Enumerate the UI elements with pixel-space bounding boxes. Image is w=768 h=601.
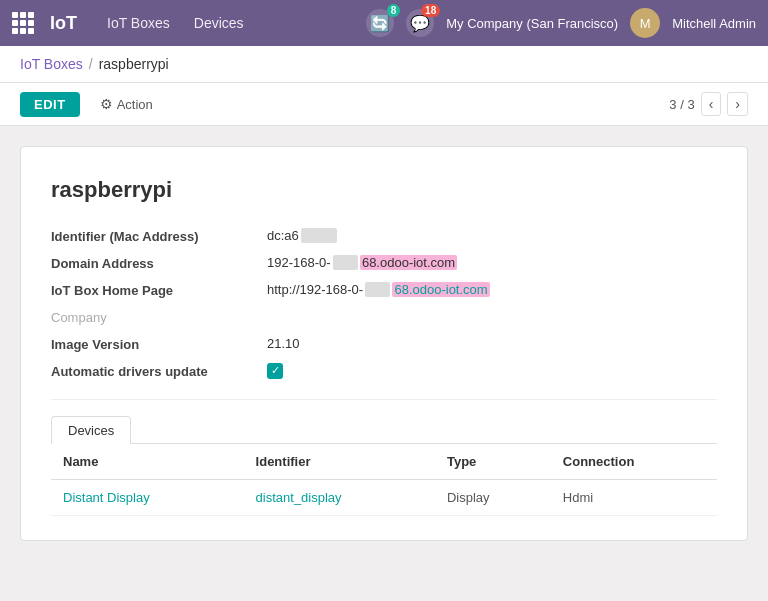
value-company [267, 308, 717, 325]
company-selector[interactable]: My Company (San Francisco) [446, 16, 618, 31]
col-header-connection: Connection [551, 444, 717, 480]
value-domain: 192-168-0- 68.odoo-iot.com [267, 254, 717, 271]
action-label: Action [117, 97, 153, 112]
updates-button[interactable]: 🔄 8 [366, 9, 394, 37]
tab-bar: Devices [51, 416, 717, 444]
label-company: Company [51, 308, 251, 325]
top-nav: IoT Boxes Devices [97, 9, 350, 37]
pagination-prev[interactable]: ‹ [701, 92, 722, 116]
record-card: raspberrypi Identifier (Mac Address) dc:… [20, 146, 748, 541]
breadcrumb-current: raspberrypi [99, 56, 169, 72]
device-type: Display [435, 480, 551, 516]
table-header-row: Name Identifier Type Connection [51, 444, 717, 480]
toolbar: EDIT ⚙ Action 3 / 3 ‹ › [0, 83, 768, 126]
col-header-identifier: Identifier [244, 444, 435, 480]
label-identifier: Identifier (Mac Address) [51, 227, 251, 244]
messages-button[interactable]: 💬 18 [406, 9, 434, 37]
label-image-version: Image Version [51, 335, 251, 352]
topbar-right: 🔄 8 💬 18 My Company (San Francisco) M Mi… [366, 8, 756, 38]
identifier-prefix: dc:a6 [267, 228, 299, 243]
identifier-redacted [301, 228, 337, 243]
tab-devices[interactable]: Devices [51, 416, 131, 444]
label-homepage: IoT Box Home Page [51, 281, 251, 298]
homepage-prefix: http://192-168-0- [267, 282, 363, 297]
domain-suffix: 68.odoo-iot.com [360, 255, 457, 270]
homepage-redacted [365, 282, 390, 297]
nav-devices[interactable]: Devices [184, 9, 254, 37]
record-title: raspberrypi [51, 177, 717, 203]
action-button[interactable]: ⚙ Action [92, 91, 161, 117]
avatar[interactable]: M [630, 8, 660, 38]
domain-redacted [333, 255, 358, 270]
nav-iot-boxes[interactable]: IoT Boxes [97, 9, 180, 37]
col-header-name: Name [51, 444, 244, 480]
brand-name[interactable]: IoT [50, 13, 77, 34]
topbar: IoT IoT Boxes Devices 🔄 8 💬 18 My Compan… [0, 0, 768, 46]
device-name[interactable]: Distant Display [51, 480, 244, 516]
col-header-type: Type [435, 444, 551, 480]
value-image-version: 21.10 [267, 335, 717, 352]
value-homepage: http://192-168-0- 68.odoo-iot.com [267, 281, 717, 298]
device-identifier[interactable]: distant_display [244, 480, 435, 516]
edit-button[interactable]: EDIT [20, 92, 80, 117]
updates-badge: 8 [387, 4, 401, 17]
value-auto-drivers: ✓ [267, 362, 717, 379]
main-content: raspberrypi Identifier (Mac Address) dc:… [0, 126, 768, 561]
breadcrumb: IoT Boxes / raspberrypi [0, 46, 768, 83]
device-connection: Hdmi [551, 480, 717, 516]
auto-drivers-checkbox[interactable]: ✓ [267, 363, 283, 379]
breadcrumb-separator: / [89, 56, 93, 72]
pagination-next[interactable]: › [727, 92, 748, 116]
tabs-section: Devices Name Identifier Type Connection … [51, 399, 717, 516]
grid-menu-icon[interactable] [12, 12, 34, 34]
pagination: 3 / 3 ‹ › [669, 92, 748, 116]
gear-icon: ⚙ [100, 96, 113, 112]
label-auto-drivers: Automatic drivers update [51, 362, 251, 379]
pagination-text: 3 / 3 [669, 97, 694, 112]
messages-badge: 18 [421, 4, 440, 17]
username[interactable]: Mitchell Admin [672, 16, 756, 31]
label-domain: Domain Address [51, 254, 251, 271]
value-identifier: dc:a6 [267, 227, 717, 244]
table-row: Distant Display distant_display Display … [51, 480, 717, 516]
fields-grid: Identifier (Mac Address) dc:a6 Domain Ad… [51, 227, 717, 379]
breadcrumb-parent[interactable]: IoT Boxes [20, 56, 83, 72]
domain-prefix: 192-168-0- [267, 255, 331, 270]
homepage-suffix[interactable]: 68.odoo-iot.com [392, 282, 489, 297]
devices-table: Name Identifier Type Connection Distant … [51, 444, 717, 516]
